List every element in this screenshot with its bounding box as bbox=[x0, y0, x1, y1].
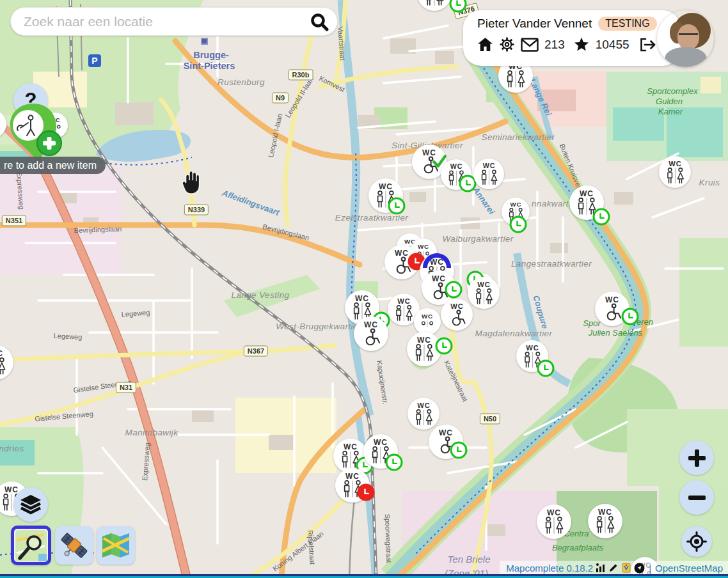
avatar[interactable] bbox=[657, 10, 714, 67]
osm-carto-icon bbox=[15, 530, 47, 561]
bottom-strip bbox=[0, 574, 728, 578]
logout-icon[interactable] bbox=[639, 37, 656, 52]
theme-logo-icon[interactable] bbox=[621, 563, 631, 573]
zoom-in-button[interactable] bbox=[679, 441, 714, 475]
statistics-icon[interactable] bbox=[596, 563, 606, 573]
user-name[interactable]: Pieter Vander Vennet bbox=[477, 17, 592, 31]
search-input[interactable] bbox=[22, 13, 309, 30]
mapcomplete-app: P Brugge-Sint-PietersRustenburgSportcomp… bbox=[0, 0, 728, 578]
home-icon[interactable] bbox=[477, 36, 493, 52]
background-style-osm-button[interactable] bbox=[11, 526, 51, 565]
minus-icon bbox=[688, 496, 706, 500]
search-icon[interactable] bbox=[309, 12, 329, 32]
background-style-map-button[interactable] bbox=[97, 526, 135, 565]
zoom-out-button[interactable] bbox=[679, 480, 714, 515]
app-version[interactable]: Mapcomplete 0.18.2 bbox=[506, 563, 593, 574]
geolocate-icon bbox=[686, 531, 707, 552]
osm-link[interactable]: OpenStreetMap bbox=[655, 563, 723, 574]
star-icon bbox=[573, 36, 590, 52]
unread-messages-count: 213 bbox=[544, 38, 565, 52]
layers-icon bbox=[19, 494, 42, 515]
background-style-satellite-button[interactable] bbox=[55, 526, 93, 565]
edit-pencil-icon[interactable] bbox=[608, 563, 619, 573]
attribution-separator: | bbox=[649, 563, 651, 574]
mail-icon[interactable] bbox=[521, 38, 539, 52]
testing-badge: TESTING bbox=[598, 17, 656, 31]
changeset-count: 10455 bbox=[596, 38, 629, 52]
geolocate-button[interactable] bbox=[681, 526, 712, 557]
hand-cursor-icon bbox=[180, 169, 204, 197]
folded-map-icon bbox=[101, 532, 131, 559]
compass-icon[interactable] bbox=[634, 563, 645, 574]
satellite-icon bbox=[59, 531, 89, 560]
add-item-tooltip: re to add a new item bbox=[0, 157, 106, 174]
gear-icon[interactable] bbox=[499, 36, 515, 52]
attribution-bar: Mapcomplete 0.18.2 | OpenStreetMap bbox=[500, 561, 728, 575]
layers-button[interactable] bbox=[13, 487, 48, 522]
plus-icon bbox=[688, 449, 706, 467]
user-panel: Pieter Vander Vennet TESTING bbox=[463, 10, 681, 66]
search-bar bbox=[10, 7, 338, 36]
